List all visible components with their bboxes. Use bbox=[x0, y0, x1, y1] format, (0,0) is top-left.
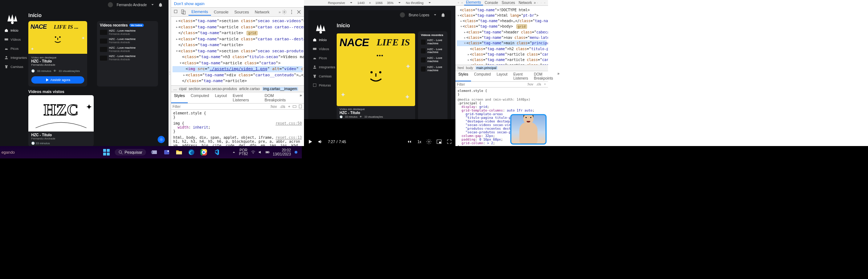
svg-rect-16 bbox=[293, 106, 296, 108]
nav-camisas[interactable]: Camisas bbox=[313, 74, 332, 78]
notif-icon[interactable] bbox=[294, 150, 298, 154]
bell-icon[interactable] bbox=[441, 13, 445, 17]
stab-dombp[interactable]: DOM Breakpoints bbox=[262, 92, 297, 103]
video-thumb-big: NACE LIFE IS ... ✦ ✦ ✦ bbox=[337, 33, 415, 106]
inspect-icon[interactable] bbox=[458, 0, 459, 5]
start-button[interactable] bbox=[102, 148, 110, 156]
elements-tree[interactable]: ▸<class="tag-name">section class="secao … bbox=[171, 17, 304, 85]
explorer-icon[interactable] bbox=[175, 148, 183, 156]
recent-item[interactable]: HZC - Love machine bbox=[421, 39, 445, 45]
device-toggle-icon[interactable] bbox=[298, 104, 303, 109]
card-recentes: Vídeos recentes HZC - Love machineHZC - … bbox=[418, 31, 447, 129]
bell-icon[interactable] bbox=[158, 3, 163, 7]
rate[interactable]: 1x bbox=[417, 140, 421, 144]
pip-icon[interactable] bbox=[437, 139, 442, 144]
svg-point-8 bbox=[161, 139, 162, 140]
styles-rules[interactable]: element.style {} @media screen and (min-… bbox=[455, 88, 548, 146]
close-icon[interactable] bbox=[296, 9, 301, 15]
teams-icon[interactable] bbox=[163, 148, 171, 156]
mais-vistos: Vídeos mais vistos HZC ✦ bbox=[28, 89, 165, 146]
plus-btn[interactable]: + bbox=[287, 105, 291, 109]
nav-videos[interactable]: Vídeos bbox=[313, 47, 329, 51]
inspect-icon[interactable] bbox=[174, 9, 179, 15]
close-icon[interactable] bbox=[544, 0, 545, 5]
nav-picos[interactable]: Picos bbox=[313, 56, 327, 60]
tab-console[interactable]: Console bbox=[211, 9, 231, 15]
chevron-up-icon[interactable] bbox=[232, 150, 236, 154]
tab-network[interactable]: Network bbox=[517, 0, 534, 5]
gear-icon[interactable] bbox=[426, 139, 431, 144]
watch-button[interactable]: Assistir agora bbox=[31, 76, 84, 84]
styles-filter[interactable] bbox=[173, 105, 268, 109]
windows-taskbar[interactable]: egando Pesquisar PORPTB2 20:0213/01/2023 bbox=[0, 146, 302, 158]
chevron-down-icon[interactable] bbox=[150, 3, 155, 7]
sidebar: Início Vídeos Picos Integrantes Camisas bbox=[0, 9, 25, 146]
elements-tree[interactable]: <class="tag-name">!DOCTYPE html>▾<class=… bbox=[455, 6, 548, 65]
device-icon[interactable] bbox=[462, 0, 463, 5]
gear-icon[interactable] bbox=[537, 0, 538, 5]
vscode-icon[interactable] bbox=[212, 148, 220, 156]
recent-item[interactable]: HZC - Love machineFernando Andrade bbox=[100, 29, 155, 35]
chevron-down-icon[interactable] bbox=[433, 13, 437, 17]
svg-rect-1 bbox=[5, 39, 8, 41]
hzc-logo bbox=[6, 12, 19, 25]
chrome-icon[interactable] bbox=[200, 148, 208, 156]
recent-item[interactable]: HZC - Love machine bbox=[421, 57, 445, 63]
styles-rules[interactable]: element.style { } reset.css:50img { widt… bbox=[171, 110, 304, 146]
stab-events[interactable]: Event Listeners bbox=[230, 92, 262, 103]
nav-inicio[interactable]: Início bbox=[4, 28, 19, 32]
svg-rect-39 bbox=[151, 151, 153, 153]
wifi-icon[interactable] bbox=[251, 150, 255, 154]
card-destaque[interactable]: NACE LIFE IS ... ✦ ✦ Vídeo em destaque H… bbox=[28, 21, 87, 86]
play-icon[interactable] bbox=[308, 139, 313, 144]
stab-styles[interactable]: Styles bbox=[171, 92, 188, 103]
recent-item[interactable]: HZC - Love machineFernando Andrade bbox=[100, 38, 155, 44]
tab-console[interactable]: Console bbox=[483, 0, 500, 5]
viewport-toolbar[interactable]: Responsive 1440 × 1066 35% No throttling bbox=[304, 0, 455, 6]
stab-computed[interactable]: Computed bbox=[188, 92, 212, 103]
volume-icon[interactable] bbox=[318, 139, 323, 144]
volume-tray-icon[interactable] bbox=[258, 150, 263, 154]
nav-integrantes[interactable]: Integrantes bbox=[4, 56, 27, 60]
gear-icon[interactable] bbox=[282, 9, 287, 15]
nav-camisas[interactable]: Camisas bbox=[4, 65, 23, 69]
nav-picos[interactable]: Picos bbox=[4, 46, 19, 50]
stab-layout[interactable]: Layout bbox=[212, 92, 230, 103]
taskbar-search[interactable]: Pesquisar bbox=[115, 149, 146, 155]
cls-btn[interactable]: .cls bbox=[279, 105, 286, 109]
styles-filter[interactable] bbox=[457, 82, 525, 86]
device-icon[interactable] bbox=[181, 9, 186, 15]
nav-pinturas[interactable]: Pinturas bbox=[313, 83, 331, 87]
edge-icon[interactable] bbox=[187, 148, 195, 156]
recent-item[interactable]: HZC - Love machineFernando Andrade bbox=[100, 55, 155, 61]
ver-todos-pill[interactable]: Ver todos bbox=[129, 24, 144, 27]
fullscreen-icon[interactable] bbox=[447, 139, 452, 144]
nav-videos[interactable]: Vídeos bbox=[4, 37, 21, 41]
taskview-icon[interactable] bbox=[150, 148, 158, 156]
recent-item[interactable]: HZC - Love machine bbox=[421, 48, 445, 54]
kebab-icon[interactable] bbox=[289, 9, 294, 15]
breadcrumb[interactable]: … cipal section.secao.secao-produtos art… bbox=[171, 85, 304, 92]
clock[interactable]: 20:0213/01/2023 bbox=[273, 148, 291, 156]
nav-inicio[interactable]: Início bbox=[313, 38, 327, 42]
print-media-icon[interactable] bbox=[292, 104, 297, 109]
nav-integrantes[interactable]: Integrantes bbox=[313, 65, 335, 69]
battery-icon[interactable] bbox=[265, 150, 270, 154]
recent-item[interactable]: HZC - Love machine bbox=[421, 66, 445, 72]
recent-item[interactable]: HZC - Love machineFernando Andrade bbox=[100, 46, 155, 52]
float-settings[interactable] bbox=[158, 136, 165, 143]
kebab-icon[interactable] bbox=[540, 0, 542, 5]
next-icon[interactable] bbox=[407, 139, 412, 144]
tab-sources[interactable]: Sources bbox=[500, 0, 517, 5]
svg-point-12 bbox=[284, 11, 285, 13]
hov-btn[interactable]: :hov bbox=[269, 105, 277, 109]
svg-rect-9 bbox=[174, 10, 177, 13]
dontshow-link[interactable]: Don't show again bbox=[174, 1, 204, 6]
tab-elements[interactable]: Elements bbox=[188, 8, 211, 16]
tab-network[interactable]: Network bbox=[252, 9, 272, 15]
mais-card[interactable]: HZC ✦ HZC - Título Fernando Andrade � bbox=[28, 95, 94, 146]
svg-text:✦: ✦ bbox=[86, 102, 92, 112]
svg-point-29 bbox=[538, 3, 538, 3]
tab-elements[interactable]: Elements bbox=[464, 0, 483, 5]
tab-sources[interactable]: Sources bbox=[231, 9, 252, 15]
